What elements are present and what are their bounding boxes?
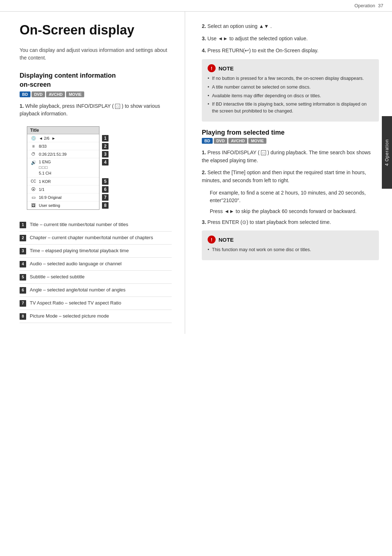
playing-badge-dvd: DVD xyxy=(214,138,227,144)
osd-value-audio: 1 ENG□□□5.1 CH xyxy=(39,159,96,176)
header-section-label: Operation xyxy=(354,3,375,8)
item-text-1: Title – current title number/total numbe… xyxy=(30,221,172,228)
osd-icon-audio: 🔊 xyxy=(30,160,37,165)
format-badges: BD DVD AVCHD MOVIE xyxy=(20,91,172,97)
item-text-8: Picture Mode – selected picture mode xyxy=(30,313,172,319)
page-title: On-Screen display xyxy=(20,23,172,38)
playing-step-3: 3. Press ENTER (⊙) to start playback fro… xyxy=(202,218,379,226)
item-num-badge-3: 3 xyxy=(20,248,26,254)
item-num-badge-7: 7 xyxy=(20,300,26,307)
info-display-icon-2: □ xyxy=(261,150,266,155)
osd-value-picture: User setting xyxy=(39,203,96,208)
osd-row-3: ⏱ 0:26:22/1:51:39 3 xyxy=(27,150,99,158)
items-list: 1 Title – current title number/total num… xyxy=(20,218,172,323)
item-text-5: Subtitle – selected subtitle xyxy=(30,274,172,280)
note-item-1: If no button is pressed for a few second… xyxy=(208,75,373,82)
section-sub-heading: on-screen xyxy=(20,81,172,89)
main-content: On-Screen display You can display and ad… xyxy=(0,12,392,334)
osd-icon-angle: ⦿ xyxy=(30,187,37,192)
item-text-3: Time – elapsed playing time/total playba… xyxy=(30,248,172,254)
list-item: 2 Chapter – current chapter number/total… xyxy=(20,232,172,245)
list-item: 3 Time – elapsed playing time/total play… xyxy=(20,245,172,258)
left-step1: 1. While playback, press INFO/DISPLAY ( … xyxy=(20,102,172,118)
osd-value-subtitle: 1 KOR xyxy=(39,179,96,184)
playing-step-1: 1. Press INFO/DISPLAY ( □ ) during playb… xyxy=(202,149,379,164)
item-text-6: Angle – selected angle/total number of a… xyxy=(30,287,172,293)
item-text-2: Chapter – current chapter number/total n… xyxy=(30,234,172,241)
osd-row-2: ≡ 8/33 2 xyxy=(27,142,99,150)
note-box-1: ! NOTE If no button is pressed for a few… xyxy=(202,59,379,122)
note-icon-1: ! xyxy=(208,64,216,72)
osd-row-1: 💿 ◄ 2/6 ► 1 xyxy=(27,134,99,142)
note-header-2: ! NOTE xyxy=(208,236,373,244)
osd-value-time: 0:26:22/1:51:39 xyxy=(39,152,96,156)
osd-num-5: 5 xyxy=(102,178,109,185)
playing-badge-movie: MOVIE xyxy=(248,138,266,144)
item-num-badge-1: 1 xyxy=(20,222,26,228)
note-header-1: ! NOTE xyxy=(208,64,373,72)
intro-text: You can display and adjust various infor… xyxy=(20,46,172,62)
note-title-1: NOTE xyxy=(219,65,234,71)
osd-icon-chapter: ≡ xyxy=(30,144,37,149)
osd-icon-subtitle: CC xyxy=(30,179,37,183)
osd-row-5: CC 1 KOR 5 xyxy=(27,177,99,185)
item-num-badge-6: 6 xyxy=(20,287,26,294)
section-heading-display: Displaying content information xyxy=(20,72,172,79)
playing-badge-avchd: AVCHD xyxy=(228,138,247,144)
list-item: 1 Title – current title number/total num… xyxy=(20,218,172,232)
osd-num-2: 2 xyxy=(102,143,109,150)
right-step-2: 2. Select an option using ▲▼ . xyxy=(202,23,379,30)
info-display-icon: □ xyxy=(115,104,120,109)
badge-dvd: DVD xyxy=(32,91,45,97)
playing-step-2: 2. Select the [Time] option and then inp… xyxy=(202,169,379,184)
badge-movie: MOVIE xyxy=(66,91,84,97)
osd-table: Title 💿 ◄ 2/6 ► 1 ≡ 8/33 2 ⏱ 0:26:22/1:5… xyxy=(27,126,99,210)
right-column: 2. Select an option using ▲▼ . 3. Use ◄►… xyxy=(185,12,392,334)
playing-step-2-indent2: Press ◄► to skip the playback 60 seconds… xyxy=(210,208,379,216)
playing-badge-bd: BD xyxy=(202,138,213,144)
osd-value-ratio: 16:9 Original xyxy=(39,195,96,200)
osd-num-6: 6 xyxy=(102,186,109,193)
page-header: Operation 37 xyxy=(0,0,392,12)
right-step-4: 4. Press RETURN(↩) to exit the On-Screen… xyxy=(202,47,379,55)
item-num-badge-5: 5 xyxy=(20,274,26,281)
badge-avchd: AVCHD xyxy=(46,91,65,97)
left-column: On-Screen display You can display and ad… xyxy=(0,12,185,334)
osd-header: Title xyxy=(27,127,99,134)
osd-num-7: 7 xyxy=(102,194,109,201)
osd-icon-picture: 🖼 xyxy=(30,203,37,208)
osd-value-angle: 1/1 xyxy=(39,187,96,192)
operation-side-tab: 4 Operation xyxy=(382,116,392,189)
item-num-badge-8: 8 xyxy=(20,313,26,320)
note-box-2: ! NOTE This function may not work on som… xyxy=(202,230,379,260)
badge-bd: BD xyxy=(20,91,30,97)
list-item: 4 Audio – selected audio language or cha… xyxy=(20,258,172,271)
osd-value-title: ◄ 2/6 ► xyxy=(39,136,96,140)
note-item-4: If BD interactive title is playing back,… xyxy=(208,101,373,115)
list-item: 7 TV Aspect Ratio – selected TV aspect R… xyxy=(20,297,172,310)
osd-row-6: ⦿ 1/1 6 xyxy=(27,185,99,193)
osd-display: Title 💿 ◄ 2/6 ► 1 ≡ 8/33 2 ⏱ 0:26:22/1:5… xyxy=(27,126,99,210)
osd-num-4: 4 xyxy=(102,159,109,165)
item-num-badge-4: 4 xyxy=(20,261,26,267)
osd-num-1: 1 xyxy=(102,135,109,142)
osd-icon-title: 💿 xyxy=(30,136,37,141)
note-item-2: A title number cannot be selected on som… xyxy=(208,84,373,91)
osd-row-4: 🔊 1 ENG□□□5.1 CH 4 xyxy=(27,158,99,177)
osd-row-8: 🖼 User setting 8 xyxy=(27,201,99,209)
playing-section-heading: Playing from selected time xyxy=(202,129,379,136)
osd-value-chapter: 8/33 xyxy=(39,144,96,148)
osd-num-8: 8 xyxy=(102,202,109,209)
playing-format-badges: BD DVD AVCHD MOVIE xyxy=(202,138,379,144)
osd-icon-time: ⏱ xyxy=(30,152,37,157)
list-item: 8 Picture Mode – selected picture mode xyxy=(20,310,172,323)
right-step-3: 3. Use ◄► to adjust the selected option … xyxy=(202,35,379,43)
note-item-5: This function may not work on some disc … xyxy=(208,246,373,253)
playing-step-2-indent1: For example, to find a scene at 2 hours,… xyxy=(210,189,379,205)
list-item: 6 Angle – selected angle/total number of… xyxy=(20,284,172,297)
list-item: 5 Subtitle – selected subtitle xyxy=(20,271,172,284)
note-icon-2: ! xyxy=(208,236,216,244)
note-item-3: Available items may differ depending on … xyxy=(208,93,373,99)
item-num-badge-2: 2 xyxy=(20,235,26,241)
osd-num-3: 3 xyxy=(102,151,109,158)
